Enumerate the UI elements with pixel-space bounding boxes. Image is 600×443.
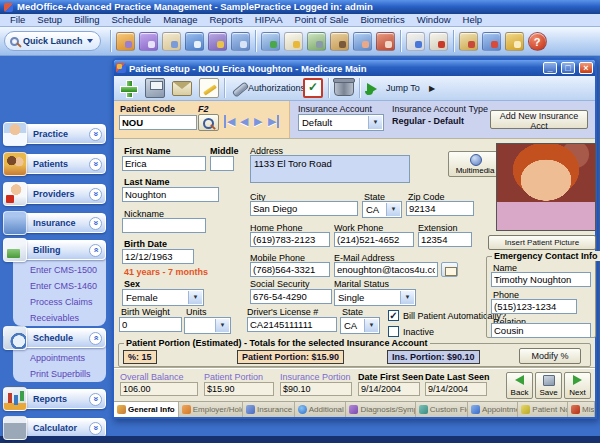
point-of-sale-icon[interactable] — [482, 32, 501, 51]
nav-previous-button[interactable]: ◀ — [240, 115, 248, 128]
graphs-reports-icon[interactable] — [459, 32, 478, 51]
wrench-icon[interactable] — [229, 78, 249, 98]
tab-patient-notes[interactable]: Patient Notes — [518, 402, 568, 417]
tab-additional-info[interactable]: Additional Info — [295, 402, 347, 417]
mail-statement-button[interactable] — [172, 81, 192, 96]
tasks-clipboard-button[interactable]: ✓ — [303, 78, 323, 98]
menu-biometrics[interactable]: Biometrics — [355, 14, 409, 26]
transmit-claims-icon[interactable] — [261, 32, 280, 51]
minimize-button[interactable]: _ — [543, 62, 557, 74]
menu-file[interactable]: File — [5, 14, 30, 26]
tab-diagnosis-symptoms[interactable]: Diagnosis/Symptoms — [346, 402, 415, 417]
tab-employer-hold-info[interactable]: Employer/Hold Info — [179, 402, 243, 417]
nav-last-button[interactable]: ▶ — [268, 115, 279, 128]
close-button[interactable]: × — [579, 62, 593, 74]
report-scheduler-icon[interactable] — [406, 32, 425, 51]
sidebar-link-appointments[interactable]: Appointments — [13, 350, 106, 366]
address-input[interactable]: 1133 El Toro Road — [250, 155, 410, 183]
patient-code-input[interactable] — [119, 115, 197, 130]
menu-window[interactable]: Window — [412, 14, 456, 26]
help-icon[interactable]: ? — [528, 32, 547, 51]
home-phone-input[interactable] — [250, 232, 330, 247]
facilities-icon[interactable] — [231, 32, 250, 51]
expand-chevron-icon[interactable]: » — [89, 158, 102, 171]
expand-chevron-icon[interactable]: » — [89, 188, 102, 201]
add-patient-button[interactable] — [118, 78, 138, 98]
last-name-input[interactable] — [122, 187, 219, 202]
tab-general-info[interactable]: General Info — [114, 402, 179, 417]
inactive-checkbox[interactable] — [388, 326, 399, 337]
email-input[interactable] — [334, 262, 438, 277]
enter-charges-icon[interactable] — [284, 32, 303, 51]
tab-insurance-info[interactable]: Insurance Info — [243, 402, 295, 417]
patient-demographics-icon[interactable] — [376, 32, 395, 51]
modify-percent-button[interactable]: Modify % — [519, 348, 581, 364]
collapse-chevron-icon[interactable]: » — [89, 244, 102, 257]
icd-codes-icon[interactable] — [139, 32, 158, 51]
maximize-button[interactable]: □ — [561, 62, 575, 74]
nav-next-button[interactable]: ▶ — [254, 115, 262, 128]
first-name-input[interactable] — [122, 156, 206, 171]
multimedia-button[interactable]: Multimedia — [448, 151, 502, 177]
middle-input[interactable] — [210, 156, 234, 171]
sidebar-link-print-superbills[interactable]: Print Superbills — [13, 366, 106, 382]
zip-code-input[interactable] — [406, 201, 474, 216]
email-compose-button[interactable] — [441, 262, 458, 277]
cpt-codes-icon[interactable] — [116, 32, 135, 51]
collapse-chevron-icon[interactable]: » — [89, 332, 102, 345]
expand-chevron-icon[interactable]: » — [89, 128, 102, 141]
mobile-phone-input[interactable] — [250, 262, 330, 277]
save-button[interactable]: Save — [535, 372, 562, 399]
lock-icon[interactable] — [505, 32, 524, 51]
menu-reports[interactable]: Reports — [204, 14, 247, 26]
eligibility-icon[interactable] — [353, 32, 372, 51]
drivers-license-input[interactable] — [247, 317, 337, 332]
menu-hipaa[interactable]: HIPAA — [250, 14, 288, 26]
emergency-phone-input[interactable] — [491, 299, 577, 314]
back-button[interactable]: Back — [506, 372, 533, 399]
insert-patient-picture-button[interactable]: Insert Patient Picture — [488, 235, 596, 250]
sidebar-link-process-claims[interactable]: Process Claims — [13, 294, 106, 310]
expand-chevron-icon[interactable]: » — [89, 393, 102, 406]
menu-schedule[interactable]: Schedule — [107, 14, 157, 26]
sidebar-link-enter-cms-1500[interactable]: Enter CMS-1500 — [13, 262, 106, 278]
menu-manage[interactable]: Manage — [158, 14, 202, 26]
jump-to-caret-icon[interactable]: ▶ — [429, 84, 435, 93]
authorizations-button[interactable]: Authorizations — [248, 83, 305, 93]
edit-button[interactable] — [199, 78, 219, 98]
emergency-name-input[interactable] — [491, 272, 591, 287]
menu-point-of-sale[interactable]: Point of Sale — [290, 14, 354, 26]
emergency-relation-input[interactable] — [491, 323, 591, 338]
save-icon-button[interactable] — [145, 78, 165, 98]
insurance-account-select[interactable]: Default — [298, 114, 384, 131]
quick-launch-button[interactable]: Quick Launch — [4, 31, 101, 51]
state-select[interactable]: CA — [362, 201, 402, 218]
marital-status-select[interactable]: Single — [334, 289, 416, 306]
jump-to-button[interactable]: Jump To — [386, 83, 420, 93]
expand-chevron-icon[interactable]: » — [89, 422, 102, 435]
social-security-input[interactable] — [250, 289, 332, 304]
patient-folders-icon[interactable] — [330, 32, 349, 51]
sidebar-link-enter-cms-1460[interactable]: Enter CMS-1460 — [13, 278, 106, 294]
add-new-insurance-acct-button[interactable]: Add New Insurance Acct — [490, 110, 588, 129]
city-input[interactable] — [250, 201, 358, 216]
sidebar-link-receivables[interactable]: Receivables — [13, 310, 106, 326]
nickname-input[interactable] — [122, 218, 206, 233]
license-state-select[interactable]: CA — [340, 317, 380, 334]
work-phone-input[interactable] — [334, 232, 414, 247]
tab-misc[interactable]: Misc — [568, 402, 595, 417]
provider-info-icon[interactable] — [162, 32, 181, 51]
security-keys-icon[interactable] — [208, 32, 227, 51]
bill-auto-checkbox[interactable]: ✓ — [388, 310, 399, 321]
menu-help[interactable]: Help — [458, 14, 488, 26]
tab-custom-fields[interactable]: Custom Fields — [416, 402, 468, 417]
extension-input[interactable] — [418, 232, 472, 247]
menu-setup[interactable]: Setup — [32, 14, 67, 26]
practice-setup-icon[interactable] — [185, 32, 204, 51]
sex-select[interactable]: Female — [122, 289, 204, 306]
menu-billing[interactable]: Billing — [69, 14, 104, 26]
delete-button[interactable] — [334, 80, 354, 96]
units-select[interactable] — [184, 317, 231, 334]
fee-schedules-icon[interactable] — [307, 32, 326, 51]
appointment-scheduler-icon[interactable] — [429, 32, 448, 51]
